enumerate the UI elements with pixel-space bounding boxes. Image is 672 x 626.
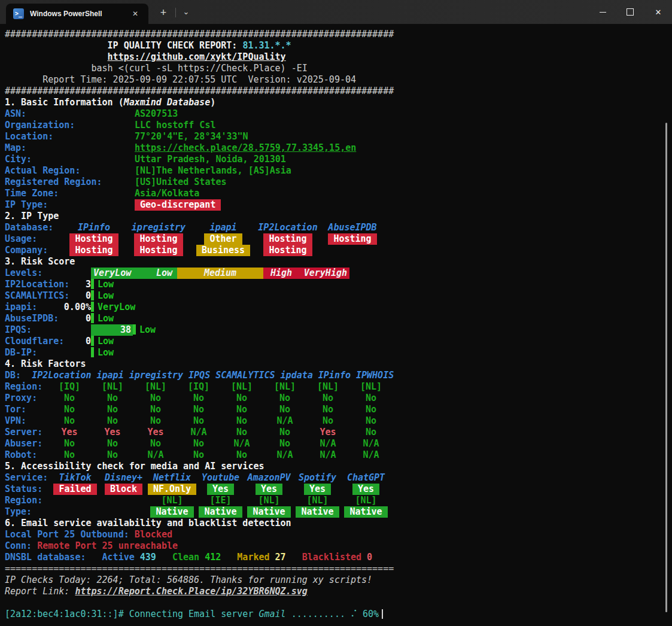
table-row: Region:[IQ][NL][NL][IQ][NL][NL][NL][NL] (5, 381, 672, 393)
table-cell: No (177, 404, 220, 415)
info-value: AS207513 (135, 108, 178, 119)
table-cell: Hosting (62, 245, 126, 256)
minimize-icon (600, 12, 606, 13)
risk-field: IPQS: (5, 324, 91, 336)
table-row: Type:NativeNativeNativeNativeNative (5, 506, 672, 518)
row-label: Region: (5, 381, 48, 393)
section6-title: 6. Email service availability and blackl… (5, 518, 672, 529)
risk-field: AbuseIPDB:0 (5, 313, 91, 324)
table-cell: No (349, 393, 393, 404)
conn-value: Remote Port 25 unreachable (37, 540, 178, 551)
status-badge: Hosting (69, 233, 118, 245)
status-badge: NF.Only (148, 484, 196, 495)
table-cell: No (349, 427, 393, 438)
new-tab-button[interactable]: + (154, 5, 172, 20)
cell-value: N/A (233, 438, 250, 449)
status-badge: Hosting (328, 233, 376, 245)
row-label: Proxy: (5, 393, 48, 404)
tab-close-icon[interactable]: ✕ (129, 8, 141, 19)
table-cell: No (349, 404, 393, 415)
table-cell: N/A (349, 438, 393, 449)
stats-text: IP Checks Today: 2264; Total: 564886. Th… (5, 575, 372, 585)
table-cell: Netflix (148, 472, 196, 484)
risk-level: Low (98, 313, 114, 324)
info-row: ASN:AS207513 (5, 108, 672, 120)
table-cell: No (306, 404, 349, 415)
tab-windows-powershell[interactable]: >_ Windows PowerShell ✕ (6, 4, 148, 24)
row-label: Server: (5, 427, 48, 438)
cell-value: [NL] (355, 495, 376, 506)
table-cell: [NL] (134, 381, 177, 393)
info-label: Map: (5, 142, 135, 154)
table-cell: [NL] (263, 381, 306, 393)
table-cell: No (48, 438, 91, 449)
table-cell: [NL] (148, 495, 196, 506)
cell-value: [NL] (145, 381, 166, 392)
level-verylow: VeryLow (93, 268, 131, 279)
tab-dropdown-button[interactable]: ⌄ (178, 5, 194, 20)
cell-value: No (323, 415, 333, 426)
risk-label: DB-IP: (5, 347, 37, 358)
risk-field: ipapi:0.00% (5, 302, 91, 313)
scrollbar-thumb[interactable] (665, 123, 667, 612)
cell-value: [NL] (161, 495, 183, 506)
status-badge: Hosting (263, 233, 312, 245)
row-label: Region: (5, 495, 51, 506)
section4-title: 4. Risk Factors (5, 358, 672, 370)
status-badge: Other (204, 233, 242, 245)
close-button[interactable]: ✕ (644, 0, 672, 24)
cell-value: No (193, 415, 204, 426)
port25-value: Blocked (135, 529, 172, 540)
column-header: AmazonPV (247, 472, 290, 483)
table-cell: Disney+ (99, 472, 148, 484)
info-value: Asia/Kolkata (135, 188, 199, 199)
hash-separator: ########################################… (5, 86, 394, 96)
info-row: Registered Region:[US]United States (5, 177, 672, 188)
table-row: Proxy:NoNoNoNoNoNoNoNo (5, 393, 672, 404)
risk-value: 0.00% (64, 302, 91, 313)
table-cell: Hosting (126, 233, 191, 245)
minimize-button[interactable] (589, 0, 616, 24)
cell-value: [IQ] (59, 381, 80, 392)
table-cell: No (134, 438, 177, 449)
info-row: City:Uttar Pradesh, Noida, 201301 (5, 154, 672, 165)
repo-link[interactable]: https://github.com/xykt/IPQuality (108, 51, 286, 62)
row-label: Abuser: (5, 438, 48, 449)
cell-value: [NL] (317, 381, 339, 392)
info-row: Map:https://check.place/28.5759,77.3345,… (5, 142, 672, 154)
cell-value: No (107, 415, 118, 426)
levels-label: Levels: (5, 268, 42, 279)
table-cell: No (177, 438, 220, 449)
db-header-line: DB: IP2Location ipapi ipregistry IPQS SC… (5, 370, 672, 381)
cell-value: No (64, 449, 75, 460)
cell-value: No (323, 404, 333, 415)
level-segment-green: VeryLowLow (91, 268, 177, 279)
cell-value: No (366, 415, 376, 426)
table-cell: N/A (134, 449, 177, 461)
risk-label: Cloudflare: (5, 336, 64, 347)
conn-label: Conn: (5, 540, 32, 551)
risk-label: AbuseIPDB: (5, 313, 59, 324)
repo-link-line: https://github.com/xykt/IPQuality (5, 51, 672, 63)
row-label: Status: (5, 484, 51, 495)
risk-score-row: IP2Location:3Low (5, 279, 672, 290)
risk-bar-tick (91, 302, 94, 312)
table-cell: N/A (349, 449, 393, 461)
cell-value: No (366, 404, 376, 415)
stats-line: IP Checks Today: 2264; Total: 564886. Th… (5, 575, 672, 586)
cell-value: No (193, 438, 204, 449)
row-label: Usage: (5, 233, 62, 245)
report-link[interactable]: https://Report.Check.Place/ip/32YBR6NQZ.… (75, 586, 307, 597)
prompt-text: Connecting Email server (129, 609, 259, 619)
risk-level: VeryLow (98, 302, 135, 312)
cell-value: No (236, 404, 247, 415)
cell-value: [NL] (258, 495, 279, 506)
row-label: Type: (5, 506, 51, 518)
report-ip: 81.31.*.* (242, 40, 291, 51)
map-link[interactable]: https://check.place/28.5759,77.3345,15,e… (135, 142, 356, 153)
table-cell: AmazonPV (245, 472, 293, 484)
risk-field: SCAMALYTICS:0 (5, 290, 91, 302)
table-cell: No (134, 404, 177, 415)
maximize-button[interactable] (616, 0, 644, 24)
column-header: ipregistry (132, 222, 186, 233)
